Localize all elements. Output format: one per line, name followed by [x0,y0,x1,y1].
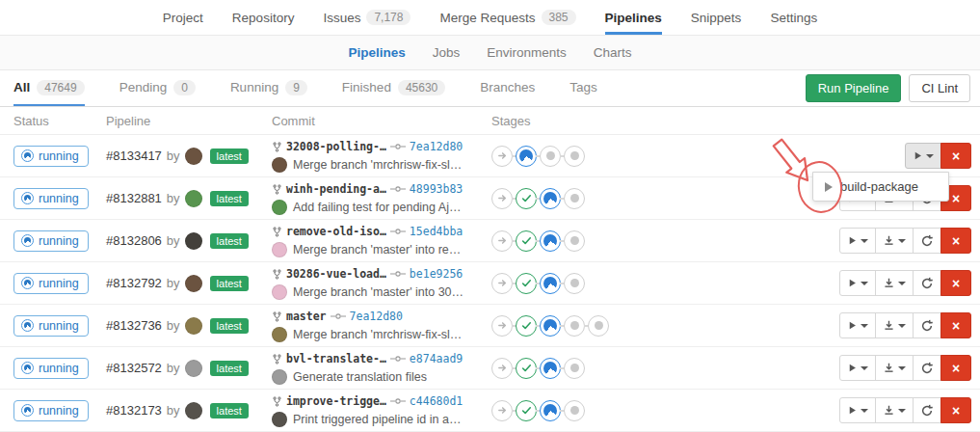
manual-actions-dropdown-button[interactable] [839,397,876,423]
retry-pipeline-button[interactable] [913,397,941,423]
stage-created-icon[interactable] [564,230,585,252]
cancel-pipeline-button[interactable]: × [940,143,971,169]
stage-skipped-icon[interactable] [491,188,513,209]
stage-running-icon[interactable] [540,358,561,379]
status-badge[interactable]: running [13,273,89,294]
pipeline-id-link[interactable]: #8132881 [106,191,162,205]
nav-pipelines[interactable]: Pipelines [605,0,662,35]
stage-running-icon[interactable] [540,273,561,294]
cancel-pipeline-button[interactable]: × [940,397,971,423]
cancel-pipeline-button[interactable]: × [940,270,971,296]
commit-author-avatar[interactable] [272,369,287,385]
stage-created-icon[interactable] [540,146,561,167]
stage-skipped-icon[interactable] [491,315,513,337]
nav-repository[interactable]: Repository [232,0,295,35]
pipeline-id-link[interactable]: #8133417 [106,148,162,163]
artifacts-dropdown-button[interactable] [875,228,914,254]
nav-project[interactable]: Project [163,0,203,35]
commit-message-link[interactable]: Merge branch 'mrchrisw-fix-sl… [293,156,462,174]
artifacts-dropdown-button[interactable] [875,270,914,296]
stage-success-icon[interactable] [516,358,537,379]
run-pipeline-button[interactable]: Run Pipeline [806,74,902,102]
tab-branches[interactable]: Branches [480,70,535,106]
stage-success-icon[interactable] [516,188,537,209]
tab-finished[interactable]: Finished45630 [342,70,445,106]
manual-actions-dropdown-button[interactable] [839,270,876,296]
commit-message-link[interactable]: Add failing test for pending Aj… [293,199,461,216]
artifacts-dropdown-button[interactable] [875,312,914,338]
nav-merge-requests[interactable]: Merge Requests385 [439,0,575,35]
stage-running-icon[interactable] [540,188,561,209]
avatar[interactable] [185,360,202,377]
commit-author-avatar[interactable] [272,412,287,427]
pipeline-id-link[interactable]: #8132572 [106,361,162,375]
retry-pipeline-button[interactable] [913,270,941,296]
pipeline-id-link[interactable]: #8132792 [106,276,162,290]
commit-message-link[interactable]: Merge branch 'master' into 30… [293,284,464,301]
commit-message-link[interactable]: Print triggered pipeline id in a… [293,411,461,428]
stage-running-icon[interactable] [516,146,537,167]
branch-link[interactable]: bvl-translate-… [286,350,386,367]
tab-running[interactable]: Running9 [230,70,307,106]
nav-issues[interactable]: Issues7,178 [323,0,411,35]
commit-message-link[interactable]: Merge branch 'master' into re… [293,241,461,258]
subnav-charts[interactable]: Charts [594,45,632,60]
stage-created-icon[interactable] [588,315,609,337]
stage-running-icon[interactable] [540,315,561,337]
stage-skipped-icon[interactable] [491,146,513,167]
commit-author-avatar[interactable] [272,242,287,257]
stage-success-icon[interactable] [516,400,537,421]
stage-created-icon[interactable] [564,400,585,421]
avatar[interactable] [185,190,202,207]
pipeline-id-link[interactable]: #8132806 [106,233,162,248]
avatar[interactable] [185,317,202,335]
stage-skipped-icon[interactable] [491,273,513,294]
commit-author-avatar[interactable] [272,284,287,300]
status-badge[interactable]: running [13,188,89,209]
tab-tags[interactable]: Tags [569,70,597,106]
cancel-pipeline-button[interactable]: × [940,228,971,254]
stage-created-icon[interactable] [564,273,585,294]
commit-sha-link[interactable]: 48993b83 [410,180,463,198]
tab-pending[interactable]: Pending0 [119,70,196,106]
commit-sha-link[interactable]: 15ed4bba [410,223,463,240]
subnav-environments[interactable]: Environments [487,45,567,60]
manual-actions-dropdown-button[interactable] [839,355,876,381]
avatar[interactable] [185,402,202,419]
commit-author-avatar[interactable] [272,327,287,342]
retry-pipeline-button[interactable] [913,312,941,338]
stage-success-icon[interactable] [516,230,537,252]
stage-success-icon[interactable] [516,315,537,337]
branch-link[interactable]: winh-pending-a… [286,180,386,198]
stage-created-icon[interactable] [564,315,585,337]
branch-link[interactable]: master [286,308,327,325]
commit-sha-link[interactable]: e874aad9 [410,350,463,367]
cancel-pipeline-button[interactable]: × [940,312,971,338]
cancel-pipeline-button[interactable]: × [940,355,971,381]
stage-skipped-icon[interactable] [491,400,513,421]
subnav-jobs[interactable]: Jobs [433,45,461,60]
manual-actions-dropdown-button[interactable] [905,143,941,169]
artifacts-dropdown-button[interactable] [875,355,914,381]
status-badge[interactable]: running [13,400,89,421]
retry-pipeline-button[interactable] [913,228,941,254]
pipeline-id-link[interactable]: #8132173 [106,403,162,418]
commit-author-avatar[interactable] [272,200,287,215]
branch-link[interactable]: 32008-polling-… [286,138,386,155]
stage-running-icon[interactable] [540,230,561,252]
manual-actions-dropdown-button[interactable] [839,228,876,254]
status-badge[interactable]: running [13,146,89,167]
dropdown-item-build-package[interactable]: build-package [813,173,948,201]
manual-actions-dropdown-button[interactable] [839,312,876,338]
stage-created-icon[interactable] [564,188,585,209]
avatar[interactable] [185,275,202,292]
nav-settings[interactable]: Settings [770,0,817,35]
status-badge[interactable]: running [13,358,89,379]
status-badge[interactable]: running [13,315,89,337]
nav-snippets[interactable]: Snippets [691,0,742,35]
commit-author-avatar[interactable] [272,157,287,173]
commit-sha-link[interactable]: 7ea12d80 [410,138,463,155]
commit-message-link[interactable]: Generate translation files [293,368,427,386]
branch-link[interactable]: improve-trigge… [286,392,386,410]
commit-sha-link[interactable]: be1e9256 [410,265,463,283]
